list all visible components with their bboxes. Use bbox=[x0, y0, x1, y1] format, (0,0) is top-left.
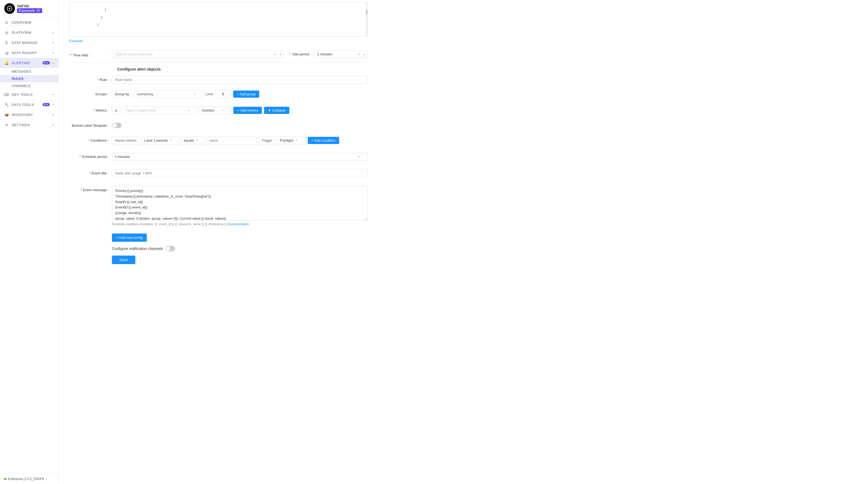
collapse-button[interactable]: ▼ Collapse bbox=[264, 107, 289, 114]
code-line-3: } bbox=[89, 23, 99, 27]
add-condition-button[interactable]: + Add condition bbox=[308, 137, 339, 144]
sidebar-item-dev-tools-label: DEV TOOLS bbox=[12, 93, 50, 97]
chart-icon: 📊 bbox=[4, 50, 9, 55]
bell-icon: 🔔 bbox=[4, 60, 9, 65]
example-area: Example bbox=[64, 39, 373, 50]
time-field-chevron-icon: ▾ bbox=[274, 53, 276, 56]
sidebar-item-settings[interactable]: ⚙ SETTINGS ▾ bbox=[0, 120, 58, 130]
stat-period-value: 1 minutes bbox=[317, 52, 332, 56]
add-new-config-button[interactable]: + Add new config bbox=[112, 233, 147, 242]
rule-required-mark: * bbox=[97, 78, 100, 82]
time-field-label: * Time field : bbox=[69, 51, 112, 57]
add-metrics-button[interactable]: + Add metrics bbox=[234, 107, 262, 114]
code-area: } } } bbox=[64, 0, 373, 37]
version-label: Enterprise (1.5.0_SNAPS bbox=[8, 477, 44, 481]
sidebar-item-overview[interactable]: ⊞ OVERVIEW bbox=[0, 17, 58, 27]
limit-input[interactable] bbox=[215, 90, 231, 98]
bucket-label-area: Bucket Label Template : bbox=[69, 124, 112, 128]
logo-icon bbox=[4, 3, 15, 14]
metrics-label-text: Metrics bbox=[96, 108, 107, 112]
event-message-label-text: Event message bbox=[83, 188, 107, 192]
metrics-field-wrapper: Type to search field ▾ bbox=[123, 106, 197, 114]
rule-input[interactable] bbox=[112, 75, 368, 84]
groups-row: Groups : Group by everything ▾ Limit + A… bbox=[64, 88, 373, 100]
sidebar: INFINI Console /// ⊞ OVERVIEW ▤ PLATFORM… bbox=[0, 0, 59, 484]
sidebar-item-rules[interactable]: RULES bbox=[0, 75, 58, 82]
metrics-field-dropdown[interactable]: Type to search field ▾ bbox=[123, 106, 197, 114]
bucket-label-toggle[interactable] bbox=[112, 123, 122, 128]
schedule-content: 1 minutes ▾ bbox=[112, 153, 368, 161]
stat-period-area: * Stat period : 1 minutes ▾ bbox=[289, 50, 368, 58]
sidebar-item-overview-label: OVERVIEW bbox=[12, 21, 54, 25]
everything-value: everything bbox=[137, 92, 153, 96]
everything-dropdown[interactable]: everything ▾ bbox=[134, 90, 203, 98]
documentation-link[interactable]: Documentation bbox=[227, 222, 249, 226]
lasts-periods-dropdown[interactable]: Lasts 1 periods ▾ bbox=[141, 136, 179, 144]
stat-period-dropdown[interactable]: 1 minutes ▾ bbox=[314, 50, 368, 58]
sidebar-footer[interactable]: Enterprise (1.5.0_SNAPS › bbox=[0, 474, 58, 484]
function-dropdown[interactable]: function ▾ bbox=[199, 106, 231, 114]
sidebar-item-channels[interactable]: CHANNELS bbox=[0, 82, 58, 90]
priority-chevron-icon: ▾ bbox=[296, 139, 297, 142]
metrics-label-area: * Metrics : bbox=[69, 108, 112, 112]
metrics-letter: a bbox=[112, 106, 120, 114]
event-title-required-mark: * bbox=[89, 171, 92, 175]
groups-colon: : bbox=[107, 92, 109, 96]
above-metrics-label: Above metrics bbox=[112, 136, 140, 144]
example-link[interactable]: Example bbox=[69, 39, 83, 43]
sidebar-item-data-tools-label: DATA TOOLS bbox=[12, 103, 40, 107]
metrics-colon: : bbox=[107, 108, 109, 112]
tool-icon: 🔧 bbox=[4, 102, 9, 107]
schedule-dropdown[interactable]: 1 minutes ▾ bbox=[112, 153, 368, 161]
database-icon: 🗄 bbox=[4, 40, 9, 45]
time-field-content: Type to search time field ▾ bbox=[112, 50, 283, 58]
conditions-row: * Conditions : Above metrics Lasts 1 per… bbox=[64, 134, 373, 147]
stat-period-colon: : bbox=[311, 52, 312, 56]
template-vars-area: Template variables examples: {{ .event_i… bbox=[112, 222, 368, 226]
sidebar-item-data-tools[interactable]: 🔧 DATA TOOLS Pro ▾ bbox=[0, 100, 58, 110]
condition-value-input[interactable] bbox=[207, 136, 257, 144]
function-chevron-icon: ▾ bbox=[222, 108, 223, 112]
rule-label-text: Rule bbox=[100, 78, 107, 82]
equals-dropdown[interactable]: equals ▾ bbox=[181, 136, 205, 144]
conditions-content: Above metrics Lasts 1 periods ▾ equals ▾… bbox=[112, 136, 368, 144]
sidebar-item-data-insight-label: DATA INSIGHT bbox=[12, 51, 50, 55]
metrics-row: * Metrics : a Type to search field ▾ fun… bbox=[64, 104, 373, 116]
channels-label: CHANNELS bbox=[12, 84, 31, 88]
status-dot bbox=[4, 478, 6, 480]
code-line-2: } bbox=[89, 16, 103, 20]
lasts-periods-wrapper: Lasts 1 periods ▾ bbox=[141, 136, 179, 144]
lasts-periods-chevron-icon: ▾ bbox=[170, 139, 172, 142]
save-button[interactable]: Save bbox=[112, 256, 135, 264]
main-content: } } } Example * Time field : T bbox=[59, 0, 868, 484]
sidebar-item-messages[interactable]: MESSAGES bbox=[0, 68, 58, 75]
metrics-content: a Type to search field ▾ function ▾ + Ad… bbox=[112, 106, 368, 114]
event-title-input[interactable] bbox=[112, 169, 368, 177]
bucket-label-row: Bucket Label Template : bbox=[64, 121, 373, 130]
stat-period-select-wrapper: 1 minutes ▾ bbox=[314, 50, 368, 58]
event-message-colon: : bbox=[107, 188, 109, 192]
sidebar-item-dev-tools[interactable]: ⌨ DEV TOOLS ▾ bbox=[0, 90, 58, 100]
stat-period-required-mark: * bbox=[289, 52, 290, 56]
sidebar-item-data-manage[interactable]: 🗄 DATA MANAGE ▾ bbox=[0, 37, 58, 47]
group-by-dropdown[interactable]: Group by bbox=[112, 90, 132, 98]
sidebar-item-data-insight[interactable]: 📊 DATA INSIGHT ▾ bbox=[0, 47, 58, 58]
sidebar-item-platform[interactable]: ▤ PLATFORM ▾ bbox=[0, 27, 58, 37]
sidebar-item-inventory[interactable]: 📦 INVENTORY ▾ bbox=[0, 110, 58, 120]
time-field-dropdown[interactable]: Type to search time field ▾ bbox=[112, 50, 283, 58]
stat-period-label-text: Stat period bbox=[292, 52, 309, 56]
sidebar-item-alerting[interactable]: 🔔 ALERTING Pro ▴ bbox=[0, 58, 58, 68]
priority-dropdown[interactable]: P1(High) ▾ bbox=[277, 136, 306, 144]
equals-chevron-icon: ▾ bbox=[196, 139, 198, 142]
notif-channels-toggle[interactable] bbox=[165, 246, 175, 251]
event-message-textarea[interactable]: Priority:{{.priority}} Timestamp:{{.time… bbox=[112, 186, 368, 220]
chevron-down-icon-7: ▾ bbox=[53, 123, 54, 127]
group-by-label: Group by bbox=[115, 92, 129, 96]
time-field-row: * Time field : Type to search time field… bbox=[64, 50, 373, 58]
add-group-button[interactable]: + Add group bbox=[233, 91, 259, 98]
groups-label-area: Groups : bbox=[69, 92, 112, 96]
logo-area: INFINI Console /// bbox=[0, 0, 58, 17]
event-message-content: Priority:{{.priority}} Timestamp:{{.time… bbox=[112, 186, 368, 226]
event-title-row: * Event title : bbox=[64, 167, 373, 180]
logo-console-label: Console /// bbox=[17, 8, 42, 13]
